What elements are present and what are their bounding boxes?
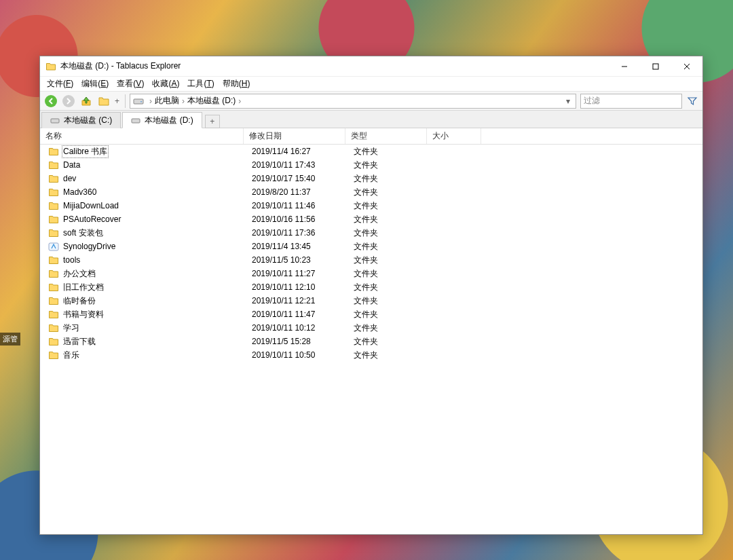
close-button[interactable] <box>671 56 702 76</box>
file-type: 文件夹 <box>348 336 430 348</box>
file-name: 办公文档 <box>62 268 96 280</box>
tabstrip: 本地磁盘 (C:) 本地磁盘 (D:) + <box>40 111 702 128</box>
folder-icon <box>48 337 59 346</box>
file-name: 音乐 <box>62 350 79 361</box>
svg-point-4 <box>45 95 57 107</box>
menu-favorites[interactable]: 收藏(A) <box>148 77 183 91</box>
breadcrumb-drive[interactable]: 本地磁盘 (D:) <box>186 95 237 107</box>
table-row[interactable]: soft 安装包2019/10/11 17:36文件夹 <box>40 226 702 240</box>
drive-icon <box>131 115 140 125</box>
file-type: 文件夹 <box>348 309 430 320</box>
tab-label: 本地磁盘 (C:) <box>64 115 112 126</box>
filter-funnel-icon[interactable] <box>685 94 700 109</box>
file-name: tools <box>62 255 80 265</box>
file-type: 文件夹 <box>348 200 430 212</box>
table-row[interactable]: 书籍与资料2019/10/11 11:47文件夹 <box>40 307 702 321</box>
folder-icon <box>48 214 59 224</box>
breadcrumb-root[interactable]: 此电脑 <box>153 95 181 107</box>
address-dropdown-icon[interactable]: ▾ <box>563 96 573 106</box>
table-row[interactable]: tools2019/11/5 10:23文件夹 <box>40 253 702 267</box>
folder-icon <box>48 160 59 170</box>
table-row[interactable]: 临时备份2019/10/11 12:21文件夹 <box>40 294 702 307</box>
tab-d-drive[interactable]: 本地磁盘 (D:) <box>122 112 202 128</box>
file-name: Madv360 <box>62 187 96 197</box>
titlebar[interactable]: 本地磁盘 (D:) - Tablacus Explorer <box>40 56 702 77</box>
breadcrumb-sep: › <box>237 96 242 106</box>
file-name: 书籍与资料 <box>62 309 104 320</box>
folder-icon <box>48 147 59 156</box>
file-name: dev <box>62 174 76 183</box>
maximize-button[interactable] <box>640 56 671 76</box>
nav-up-button[interactable] <box>78 93 94 109</box>
file-date: 2019/10/11 12:21 <box>246 296 348 305</box>
drive-icon <box>133 97 144 105</box>
table-row[interactable]: 音乐2019/10/11 10:50文件夹 <box>40 348 702 362</box>
menu-view[interactable]: 查看(V) <box>113 77 148 91</box>
tab-add-button[interactable]: + <box>205 115 220 128</box>
file-type: 文件夹 <box>348 214 430 225</box>
folder-icon <box>48 282 59 292</box>
svg-rect-9 <box>132 119 140 123</box>
svg-point-5 <box>62 95 75 107</box>
drive-icon <box>50 116 60 126</box>
table-row[interactable]: PSAutoRecover2019/10/16 11:56文件夹 <box>40 212 702 226</box>
menu-file[interactable]: 文件(F) <box>43 77 77 91</box>
table-row[interactable]: 旧工作文档2019/10/11 12:10文件夹 <box>40 280 702 294</box>
table-row[interactable]: Data2019/10/11 17:43文件夹 <box>40 158 702 172</box>
window-folder-icon <box>45 61 56 72</box>
file-list[interactable]: Calibre 书库2019/11/4 16:27文件夹Data2019/10/… <box>40 145 702 534</box>
breadcrumb-sep: › <box>181 96 186 106</box>
file-date: 2019/11/5 10:23 <box>246 255 348 265</box>
address-bar[interactable]: › 此电脑 › 本地磁盘 (D:) › ▾ <box>130 94 576 109</box>
file-name: 学习 <box>62 322 79 334</box>
menubar: 文件(F) 编辑(E) 查看(V) 收藏(A) 工具(T) 帮助(H) <box>40 77 702 92</box>
file-type: 文件夹 <box>348 160 430 171</box>
file-type: 文件夹 <box>348 173 430 185</box>
table-row[interactable]: 办公文档2019/10/11 11:27文件夹 <box>40 267 702 280</box>
table-row[interactable]: dev2019/10/17 15:40文件夹 <box>40 172 702 185</box>
file-type: 文件夹 <box>348 322 430 334</box>
filter-placeholder: 过滤 <box>584 95 600 107</box>
file-name: SynologyDrive <box>62 242 115 251</box>
table-row[interactable]: Madv3602019/8/20 11:37文件夹 <box>40 185 702 199</box>
file-type: 文件夹 <box>348 255 430 266</box>
tab-c-drive[interactable]: 本地磁盘 (C:) <box>41 112 121 128</box>
header-date[interactable]: 修改日期 <box>244 128 345 144</box>
file-type: 文件夹 <box>348 146 430 157</box>
header-type[interactable]: 类型 <box>345 128 427 144</box>
menu-edit[interactable]: 编辑(E) <box>77 77 113 91</box>
minimize-button[interactable] <box>609 56 640 76</box>
file-date: 2019/8/20 11:37 <box>246 187 348 197</box>
tab-label: 本地磁盘 (D:) <box>145 115 193 126</box>
synology-icon <box>48 242 59 251</box>
file-type: 文件夹 <box>348 268 430 280</box>
table-row[interactable]: Calibre 书库2019/11/4 16:27文件夹 <box>40 145 702 158</box>
file-date: 2019/10/11 17:43 <box>246 160 348 170</box>
table-row[interactable]: 迅雷下载2019/11/5 15:28文件夹 <box>40 335 702 348</box>
file-date: 2019/11/4 16:27 <box>246 147 348 156</box>
table-row[interactable]: MijiaDownLoad2019/10/11 11:46文件夹 <box>40 199 702 212</box>
file-type: 文件夹 <box>348 282 430 293</box>
svg-rect-1 <box>653 64 658 69</box>
header-name[interactable]: 名称 <box>40 128 244 144</box>
menu-help[interactable]: 帮助(H) <box>219 77 255 91</box>
file-date: 2019/11/4 13:45 <box>246 242 348 251</box>
file-date: 2019/10/17 15:40 <box>246 174 348 183</box>
file-date: 2019/10/11 10:12 <box>246 323 348 333</box>
folders-button[interactable] <box>96 93 112 109</box>
folder-icon <box>48 228 59 238</box>
nav-back-button[interactable] <box>43 93 59 109</box>
toolbar-separator <box>125 94 126 108</box>
file-type: 文件夹 <box>348 241 430 253</box>
filter-input[interactable]: 过滤 <box>580 94 682 109</box>
file-type: 文件夹 <box>348 227 430 239</box>
nav-forward-button[interactable] <box>60 93 77 109</box>
file-type: 文件夹 <box>348 295 430 307</box>
file-date: 2019/10/11 11:47 <box>246 310 348 319</box>
toolbar-plus: + <box>113 96 121 106</box>
table-row[interactable]: 学习2019/10/11 10:12文件夹 <box>40 321 702 335</box>
file-date: 2019/10/11 11:46 <box>246 201 348 210</box>
header-size[interactable]: 大小 <box>427 128 481 144</box>
table-row[interactable]: SynologyDrive2019/11/4 13:45文件夹 <box>40 240 702 253</box>
menu-tools[interactable]: 工具(T) <box>183 77 218 91</box>
